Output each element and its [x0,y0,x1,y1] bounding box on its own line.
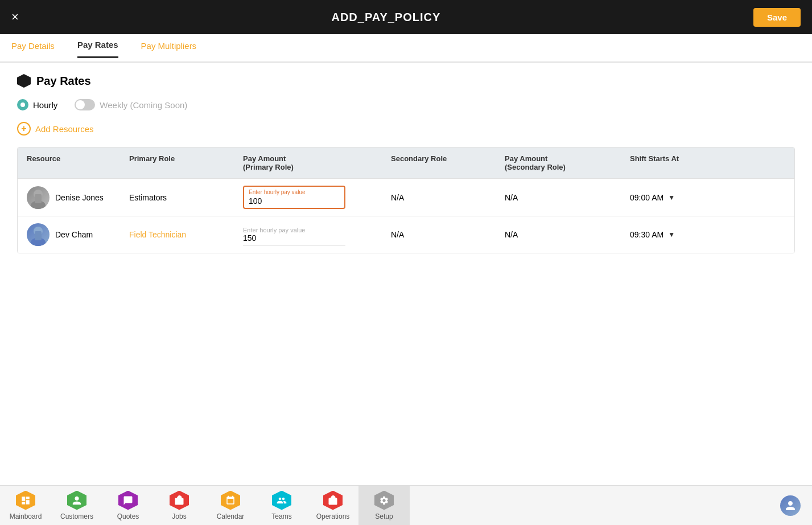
nav-item-customers[interactable]: Customers [51,486,102,526]
nav-label-jobs: Jobs [172,512,186,520]
pay-input-dev[interactable] [243,233,345,243]
nav-label-teams: Teams [271,512,291,520]
nav-item-jobs[interactable]: Jobs [154,486,205,526]
pay-amount-primary-dev[interactable]: Enter hourly pay value [243,224,391,245]
svg-rect-5 [35,231,42,240]
pay-amount-primary-denise[interactable]: Enter hourly pay value [243,186,391,209]
teams-icon [272,491,291,510]
customers-icon [67,491,86,510]
quotes-icon [118,491,138,510]
close-button[interactable]: × [11,10,19,24]
pay-input-label-dev: Enter hourly pay value [243,227,345,233]
section-icon [17,74,31,88]
shift-time-value-denise: 09:00 AM [630,193,663,202]
col-pay-amount-primary: Pay Amount(Primary Role) [243,154,391,171]
primary-role-dev: Field Technician [129,230,243,239]
svg-rect-2 [35,194,42,203]
nav-item-setup[interactable]: Setup [358,486,410,526]
main-content: Pay Rates Hourly Weekly (Coming Soon) + … [0,63,812,485]
page-title: ADD_PAY_POLICY [331,11,440,24]
hourly-radio[interactable] [17,99,28,110]
add-resources-button[interactable]: + Add Resources [17,122,795,136]
radio-group: Hourly Weekly (Coming Soon) [17,99,795,110]
col-pay-amount-secondary: Pay Amount(Secondary Role) [505,154,630,171]
mainboard-icon [16,491,35,510]
primary-role-denise: Estimators [129,193,243,202]
calendar-icon [221,491,240,510]
weekly-option[interactable]: Weekly (Coming Soon) [75,99,187,110]
nav-label-customers: Customers [60,512,93,520]
bottom-nav: Mainboard Customers Quotes Jobs Calendar… [0,485,812,525]
resource-name-denise: Denise Jones [55,193,104,202]
save-button[interactable]: Save [753,8,801,27]
avatar-dev [27,223,50,246]
shift-time-dev[interactable]: 09:30 AM ▼ [630,230,785,239]
nav-item-quotes[interactable]: Quotes [102,486,154,526]
hourly-label: Hourly [33,100,57,110]
nav-label-mainboard: Mainboard [10,512,42,520]
nav-label-quotes: Quotes [117,512,139,520]
resource-cell-dev: Dev Cham [27,223,129,246]
col-secondary-role: Secondary Role [391,154,505,171]
tab-pay-rates[interactable]: Pay Rates [77,40,118,58]
add-resources-label: Add Resources [35,124,94,134]
section-title-row: Pay Rates [17,74,795,88]
chevron-down-icon: ▼ [668,194,675,202]
setup-icon [374,491,394,510]
tab-pay-multipliers[interactable]: Pay Multipliers [141,41,197,58]
shift-time-value-dev: 09:30 AM [630,230,663,239]
table-row: Dev Cham Field Technician Enter hourly p… [18,216,794,253]
header: × ADD_PAY_POLICY Save [0,0,812,34]
resources-table: Resource Primary Role Pay Amount(Primary… [17,147,795,253]
tab-pay-details[interactable]: Pay Details [11,41,55,58]
pay-input-denise[interactable] [249,196,340,206]
col-primary-role: Primary Role [129,154,243,171]
nav-label-operations: Operations [316,512,350,520]
nav-label-setup: Setup [375,512,393,520]
nav-item-teams[interactable]: Teams [256,486,307,526]
operations-icon [323,491,343,510]
shift-time-denise[interactable]: 09:00 AM ▼ [630,193,785,202]
user-avatar[interactable] [780,495,801,516]
weekly-toggle[interactable] [75,99,95,110]
table-row: Denise Jones Estimators Enter hourly pay… [18,178,794,216]
nav-label-calendar: Calendar [217,512,245,520]
pay-input-label-denise: Enter hourly pay value [249,189,340,195]
nav-item-calendar[interactable]: Calendar [205,486,256,526]
jobs-icon [170,491,189,510]
chevron-down-icon: ▼ [668,231,675,239]
tabs-container: Pay Details Pay Rates Pay Multipliers [0,34,812,63]
resource-cell-denise: Denise Jones [27,186,129,209]
nav-item-operations[interactable]: Operations [307,486,358,526]
weekly-label: Weekly (Coming Soon) [100,100,187,110]
add-circle-icon: + [17,122,31,136]
section-title: Pay Rates [36,75,91,88]
pay-amount-secondary-denise: N/A [505,193,630,202]
table-header: Resource Primary Role Pay Amount(Primary… [18,147,794,178]
secondary-role-dev: N/A [391,230,505,239]
nav-item-mainboard[interactable]: Mainboard [0,486,51,526]
avatar-denise [27,186,50,209]
col-resource: Resource [27,154,129,171]
col-shift-starts: Shift Starts At [630,154,785,171]
secondary-role-denise: N/A [391,193,505,202]
resource-name-dev: Dev Cham [55,230,93,239]
pay-amount-secondary-dev: N/A [505,230,630,239]
hourly-option[interactable]: Hourly [17,99,57,110]
